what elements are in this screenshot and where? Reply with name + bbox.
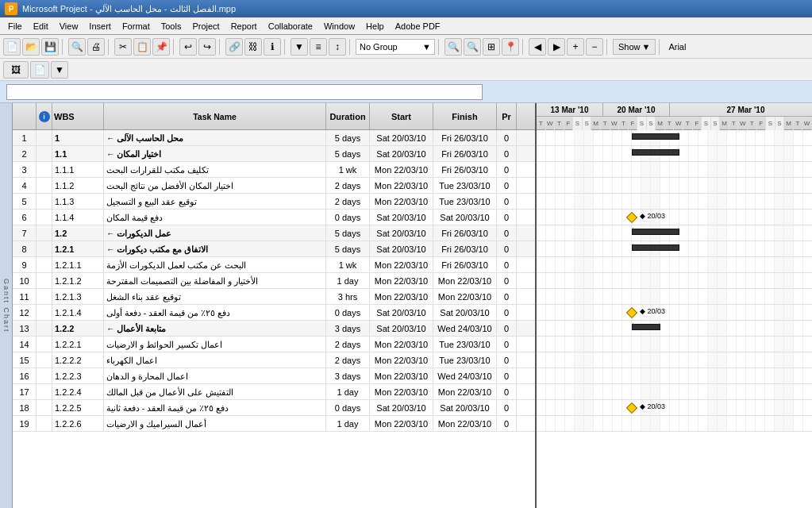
col-header-num [13, 103, 37, 129]
table-row[interactable]: 131.2.2متابعة الأعمال ←3 daysSat 20/03/1… [13, 321, 535, 337]
menu-insert[interactable]: Insert [84, 20, 116, 33]
gantt-summary-bar[interactable] [632, 149, 679, 156]
table-row[interactable]: 21.1اختيار المكان ←5 daysSat 20/03/10Fri… [13, 146, 535, 162]
sort-button[interactable]: ↕ [329, 38, 346, 56]
scroll-task-button[interactable]: 📍 [502, 38, 519, 56]
col-header-taskname[interactable]: Task Name [104, 103, 326, 129]
back-button[interactable]: ◀ [529, 38, 546, 56]
table-row[interactable]: 151.2.2.2اعمال الكهرباء2 daysMon 22/03/1… [13, 352, 535, 368]
minus-button[interactable]: − [586, 38, 603, 56]
img1-button[interactable]: 🖼 [3, 61, 29, 79]
table-row[interactable]: 101.2.1.2الأختيار و المفاضلة بين التصميم… [13, 273, 535, 289]
menu-file[interactable]: File [3, 20, 27, 33]
cell-duration: 1 day [326, 384, 370, 399]
menu-adobe-pdf[interactable]: Adobe PDF [391, 20, 445, 33]
paste-button[interactable]: 📌 [152, 38, 170, 56]
cell-num: 4 [13, 178, 37, 193]
cell-finish: Tue 23/03/10 [433, 178, 497, 193]
cell-wbs: 1.2.2.5 [52, 400, 104, 415]
table-row[interactable]: 91.2.1.1البحث عن مكتب لعمل الديكورات الأ… [13, 257, 535, 273]
menu-collaborate[interactable]: Collaborate [264, 20, 317, 33]
cell-num: 5 [13, 194, 37, 209]
cell-finish: Sat 20/03/10 [433, 305, 497, 320]
cell-info [37, 162, 52, 177]
menu-window[interactable]: Window [319, 20, 360, 33]
cut-button[interactable]: ✂ [114, 38, 132, 56]
menu-project[interactable]: Project [187, 20, 224, 33]
zoom-out-button[interactable]: 🔍 [464, 38, 481, 56]
menu-tools[interactable]: Tools [156, 20, 187, 33]
day-header-cell: S [647, 117, 656, 130]
task-name-input[interactable] [6, 84, 483, 100]
day-header-cell: T [619, 117, 629, 130]
group-dropdown[interactable]: No Group▼ [356, 39, 435, 55]
filter-button[interactable]: ▼ [291, 38, 308, 56]
forward-button[interactable]: ▶ [548, 38, 565, 56]
table-row[interactable]: 71.2عمل الديكورات ←5 daysSat 20/03/10Fri… [13, 225, 535, 241]
menu-help[interactable]: Help [361, 20, 389, 33]
group-button[interactable]: ≡ [310, 38, 327, 56]
menu-report[interactable]: Report [226, 20, 262, 33]
cell-wbs: 1.1.3 [52, 194, 104, 209]
table-row[interactable]: 11محل الحاسب الآلى ←5 daysSat 20/03/10Fr… [13, 130, 535, 146]
col-header-duration[interactable]: Duration [326, 103, 370, 129]
table-row[interactable]: 191.2.2.6أعمال السيراميك و الارضيات1 day… [13, 416, 535, 432]
table-row[interactable]: 181.2.2.5دفع ٢٥٪ من قيمة العقد - دفعة ثا… [13, 400, 535, 416]
cell-finish: Wed 24/03/10 [433, 321, 497, 336]
menu-format[interactable]: Format [117, 20, 155, 33]
cell-wbs: 1.2.1.1 [52, 257, 104, 272]
gantt-summary-bar[interactable] [632, 133, 679, 140]
dropdown3-button[interactable]: ▼ [51, 61, 68, 79]
open-button[interactable]: 📂 [22, 38, 40, 56]
cell-num: 10 [13, 273, 37, 288]
gantt-summary-bar[interactable] [632, 229, 679, 235]
col-header-pr[interactable]: Pr [497, 103, 517, 129]
cell-wbs: 1.2.1.4 [52, 305, 104, 320]
chart-row [537, 368, 812, 384]
day-header-cell: S [775, 117, 785, 130]
save-button[interactable]: 💾 [41, 38, 59, 56]
day-header-cell: S [583, 117, 592, 130]
table-row[interactable]: 171.2.2.4التفتيش على الأعمال من قبل الما… [13, 384, 535, 400]
cell-wbs: 1.1.1 [52, 162, 104, 177]
cell-start: Sat 20/03/10 [370, 225, 433, 241]
col-header-finish[interactable]: Finish [433, 103, 497, 129]
print-preview-button[interactable]: 🔍 [68, 38, 86, 56]
table-row[interactable]: 31.1.1تكليف مكتب للقرارات البحث1 wkMon 2… [13, 162, 535, 178]
chart-row [537, 194, 812, 210]
col-header-start[interactable]: Start [370, 103, 433, 129]
new-button[interactable]: 📄 [3, 38, 21, 56]
milestone-label: ◆ 20/03 [640, 307, 665, 315]
day-header-cell: S [766, 117, 775, 130]
img2-button[interactable]: 📄 [30, 61, 49, 79]
undo-button[interactable]: ↩ [179, 38, 197, 56]
cell-duration: 1 day [326, 416, 370, 431]
table-row[interactable]: 111.2.1.3توقيع عقد بناء الشغل3 hrsMon 22… [13, 289, 535, 305]
table-row[interactable]: 141.2.2.1اعمال تكسير الحوائط و الارضيات2… [13, 337, 535, 352]
gantt-summary-bar[interactable] [632, 324, 660, 330]
cell-duration: 1 day [326, 273, 370, 288]
table-row[interactable]: 61.1.4دفع قيمة المكان0 daysSat 20/03/10S… [13, 210, 535, 225]
copy-button[interactable]: 📋 [133, 38, 151, 56]
zoom-in-button[interactable]: 🔍 [444, 38, 462, 56]
cell-finish: Fri 26/03/10 [433, 257, 497, 272]
zoom-fit-button[interactable]: ⊞ [483, 38, 500, 56]
print-button[interactable]: 🖨 [87, 38, 105, 56]
show-dropdown[interactable]: Show▼ [613, 39, 656, 55]
task-info-button[interactable]: ℹ [264, 38, 281, 56]
col-header-wbs[interactable]: WBS [52, 103, 104, 129]
cell-finish: Tue 23/03/10 [433, 194, 497, 209]
add-button[interactable]: + [567, 38, 584, 56]
menu-edit[interactable]: Edit [29, 20, 53, 33]
table-row[interactable]: 121.2.1.4دفع ٢٥٪ من قيمة العقد - دفعة أو… [13, 305, 535, 321]
cell-pr: 0 [497, 178, 517, 193]
table-row[interactable]: 161.2.2.3اعمال المحارة و الدهان3 daysMon… [13, 368, 535, 384]
table-row[interactable]: 51.1.3توقيع عقد البيع و التسجيل2 daysMon… [13, 194, 535, 210]
table-row[interactable]: 81.2.1الاتفاق مع مكتب ديكورات ←5 daysSat… [13, 241, 535, 257]
link-button[interactable]: 🔗 [225, 38, 243, 56]
menu-view[interactable]: View [55, 20, 83, 33]
gantt-summary-bar[interactable] [632, 244, 679, 251]
unlink-button[interactable]: ⛓ [244, 38, 262, 56]
table-row[interactable]: 41.1.2اختيار المكان الأفضل من نتائج البح… [13, 178, 535, 194]
redo-button[interactable]: ↪ [198, 38, 216, 56]
